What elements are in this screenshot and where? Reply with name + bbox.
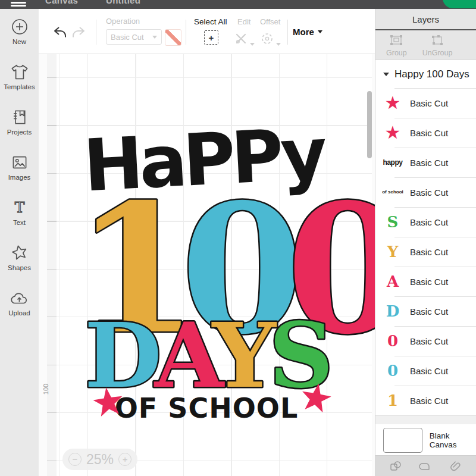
toolbar-divider [287,20,288,45]
layer-row[interactable]: of school Basic Cut [375,177,476,207]
layers-footer-toolbar [375,455,476,476]
new-plus-icon [11,18,29,36]
project-book-icon [11,108,29,126]
layers-panel-header: Layers [375,9,476,30]
edit-button: Edit [237,17,250,26]
upload-cloud-icon [10,289,30,307]
vertical-ruler [47,54,57,476]
sidebar-item-label: Images [8,174,31,181]
attach-icon[interactable] [449,459,464,472]
offset-button: Offset [260,17,280,26]
sidebar-item-label: Shapes [8,264,31,271]
layer-row[interactable]: S Basic Cut [375,207,476,237]
layer-row[interactable]: 0 Basic Cut [375,356,476,386]
layers-tab[interactable]: Layers [412,14,439,24]
group-icon [389,33,404,48]
offset-tools [260,32,281,46]
ungroup-icon [430,33,445,48]
layer-row[interactable]: D Basic Cut [375,296,476,326]
ungroup-label: UnGroup [422,49,453,57]
group-actions-row: Group UnGroup [375,30,476,60]
layer-thumbnail-letter: S [375,214,410,230]
sidebar-item-text[interactable]: T Text [0,190,39,235]
select-all-icon[interactable]: + [204,30,218,45]
ungroup-button[interactable]: UnGroup [422,33,453,57]
more-label: More [293,27,314,37]
sidebar-item-label: New [12,38,26,45]
chevron-down-icon [276,43,281,46]
chevron-down-icon [250,43,255,46]
blank-canvas-label: Blank Canvas [430,431,476,449]
more-button[interactable]: More [293,27,322,37]
canvas-section-title: Canvas [45,0,78,5]
sidebar-item-shapes[interactable]: Shapes [0,235,39,280]
sidebar-item-label: Text [13,219,26,226]
layer-row[interactable]: ★ Basic Cut [375,118,476,148]
layers-divider [375,415,476,424]
layer-operation-label: Basic Cut [410,128,448,138]
document-title[interactable]: Untitled [106,0,140,5]
sidebar-item-images[interactable]: Images [0,145,39,190]
layer-thumbnail-letter: 0 [375,363,410,378]
image-icon [11,154,29,171]
layer-thumbnail-text: happy [375,159,410,166]
weld-icon[interactable] [419,459,433,472]
edit-toolbar: Operation Basic Cut Select All + Edit Of… [39,9,375,54]
edit-tools [234,32,255,46]
layer-thumbnail-letter: 1 [375,393,410,408]
select-all-button[interactable]: Select All [194,17,227,26]
zoom-out-button[interactable]: − [68,453,82,466]
offset-ring-icon [260,32,274,46]
redo-icon[interactable] [71,24,86,40]
zoom-in-button[interactable]: + [118,453,131,466]
layer-row[interactable]: 0 Basic Cut [375,326,476,356]
artwork-happy-100-days[interactable]: HaPPy 100 DAYS OF SCHOOL [65,95,348,431]
make-it-button[interactable] [443,0,476,8]
layer-operation-label: Basic Cut [410,336,448,346]
color-swatch[interactable] [165,29,181,46]
canvas-vertical-scrollbar[interactable] [367,91,372,158]
layer-thumbnail-star: ★ [375,124,410,142]
layers-panel: Layers Group UnGroup [375,9,476,476]
layer-group-header[interactable]: Happy 100 Days [375,60,476,88]
toolbar-divider [186,20,186,45]
operation-dropdown[interactable]: Basic Cut [106,29,162,45]
design-canvas[interactable]: 100 HaPPy 100 DAYS OF SCHOOL − 25% + [39,54,375,476]
hamburger-menu-icon[interactable] [11,1,26,8]
layer-row[interactable]: 1 Basic Cut [375,386,476,415]
sidebar-item-upload[interactable]: Upload [0,280,39,325]
undo-icon[interactable] [52,24,68,40]
group-button[interactable]: Group [386,33,407,57]
layer-operation-label: Basic Cut [410,98,448,108]
zoom-level: 25% [86,452,114,468]
sidebar-item-label: Upload [8,309,30,317]
layer-thumbnail-star: ★ [375,94,410,112]
operation-label: Operation [106,17,140,26]
layer-operation-label: Basic Cut [410,247,448,257]
layer-row[interactable]: Y Basic Cut [375,237,476,267]
blank-canvas-row[interactable]: Blank Canvas [375,424,476,456]
top-app-bar: Canvas Untitled [0,0,476,9]
collapse-chevron-icon[interactable] [383,73,389,76]
layer-row[interactable]: ★ Basic Cut [375,88,476,118]
app-window: Canvas Untitled New Templates Projects [0,0,476,476]
sidebar-item-templates[interactable]: Templates [0,54,39,99]
layer-operation-label: Basic Cut [410,217,448,227]
artwork-subtitle-of-school: OF SCHOOL [115,392,298,424]
layer-row[interactable]: happy Basic Cut [375,148,476,177]
layer-thumbnail-text: of school [375,190,410,195]
toolbar-divider [96,20,96,45]
sidebar-item-new[interactable]: New [0,9,39,54]
sidebar-item-label: Templates [4,83,35,90]
layer-thumbnail-letter: 0 [375,333,410,349]
slice-icon[interactable] [389,459,403,472]
layer-thumbnail-letter: Y [375,244,410,259]
operation-value: Basic Cut [111,33,144,42]
chevron-down-icon [318,30,322,33]
edit-pencil-scissors-icon [234,32,248,46]
layer-thumbnail-letter: D [375,303,410,319]
layer-row[interactable]: A Basic Cut [375,267,476,296]
sidebar-item-projects[interactable]: Projects [0,99,39,145]
layer-thumbnail-letter: A [375,274,410,289]
ruler-tick-label: 100 [42,384,49,394]
